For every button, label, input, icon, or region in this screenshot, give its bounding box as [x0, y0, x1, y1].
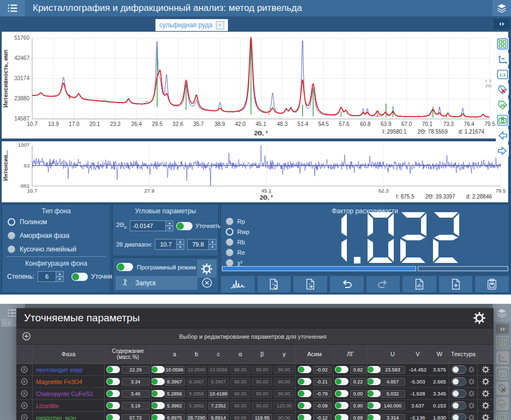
remove-phase-button[interactable]	[16, 412, 33, 420]
degree-value[interactable]: 6	[38, 271, 56, 282]
remove-circle-icon[interactable]	[20, 365, 28, 374]
texture-settings-icon[interactable]	[468, 366, 475, 373]
lg-value[interactable]: 0.00	[350, 390, 366, 398]
two-theta-labels-button[interactable]	[496, 98, 509, 111]
u-value[interactable]: 5.032	[380, 390, 405, 398]
lg-toggle[interactable]	[335, 378, 348, 385]
radio-Rwp[interactable]: Rwp	[226, 226, 249, 237]
asym-toggle[interactable]	[298, 378, 311, 385]
residual-chart[interactable]: 100763-88110.727.945.162.379.52Θ, °Интен…	[1, 141, 509, 203]
lattice-toggle[interactable]	[152, 402, 165, 409]
asym-toggle[interactable]	[298, 402, 311, 409]
u-value[interactable]: 140.000	[380, 402, 405, 410]
content-toggle[interactable]	[106, 402, 120, 409]
phase-settings-button[interactable]	[482, 389, 490, 398]
radio-circle[interactable]	[226, 228, 233, 236]
radio-circle[interactable]	[8, 232, 15, 239]
prev-button[interactable]	[496, 129, 509, 142]
texture-toggle[interactable]	[452, 401, 466, 410]
u-value[interactable]: 3.314	[380, 414, 405, 420]
main-diffraction-chart[interactable]: 145872388033174424675176010.713.917.020.…	[1, 31, 509, 139]
radio-Кусочно линейный[interactable]: Кусочно линейный	[2, 242, 110, 256]
remove-circle-icon[interactable]	[20, 389, 28, 398]
grid-view-button[interactable]	[496, 37, 509, 50]
u-value[interactable]: 4.857	[380, 378, 405, 386]
lg-value[interactable]: 0.22	[350, 378, 366, 386]
remove-phase-button[interactable]	[16, 388, 33, 399]
cancel-button[interactable]	[200, 276, 214, 290]
content-toggle[interactable]	[106, 378, 120, 385]
axes-button[interactable]	[496, 52, 509, 65]
lattice-a-value[interactable]: 5.2856	[165, 390, 185, 398]
lattice-toggle[interactable]	[152, 390, 165, 397]
asym-value[interactable]: -0.21	[313, 378, 332, 386]
program-mode-toggle[interactable]	[117, 263, 133, 271]
lattice-toggle[interactable]	[152, 378, 165, 385]
residual-chart-svg[interactable]: 100763-88110.727.945.162.379.52Θ, °Интен…	[2, 141, 507, 201]
remove-circle-icon[interactable]	[20, 413, 28, 420]
tab-scroll-buttons[interactable]	[494, 19, 510, 29]
content-value[interactable]: 3.19	[122, 402, 150, 410]
lattice-toggle[interactable]	[152, 414, 165, 420]
radio-Аморфная фаза[interactable]: Аморфная фаза	[2, 229, 110, 242]
lattice-a-value[interactable]: 6.8975	[165, 414, 185, 420]
lattice-b-value[interactable]: 28.7290	[187, 414, 207, 420]
zero-shift-value[interactable]: -0.0147	[130, 220, 166, 231]
rie-file-reload-button[interactable]	[257, 275, 292, 293]
refine-zero-toggle[interactable]	[176, 222, 193, 230]
uvw-toggle[interactable]	[368, 390, 381, 397]
lattice-c-value[interactable]: 10.4188	[208, 390, 229, 398]
phase-settings-button[interactable]	[482, 365, 490, 374]
lattice-c-value[interactable]: 6.8914	[208, 414, 229, 420]
radio-Re[interactable]: Re	[226, 247, 249, 257]
phase-settings-button[interactable]	[482, 401, 490, 410]
lattice-beta-value[interactable]: 119.95	[252, 414, 272, 420]
texture-settings-icon[interactable]	[468, 378, 475, 385]
menu-icon[interactable]	[0, 0, 25, 16]
lg-toggle[interactable]	[335, 390, 348, 397]
asym-value[interactable]: -0.79	[313, 390, 332, 398]
lg-toggle[interactable]	[335, 414, 348, 420]
lg-value[interactable]: 0.89	[350, 414, 366, 420]
zero-shift-input[interactable]: -0.0147 ▲▼	[130, 220, 173, 231]
save-clipboard-button[interactable]	[474, 275, 509, 293]
uvw-toggle[interactable]	[368, 414, 381, 420]
radio-circle[interactable]	[8, 218, 15, 226]
spinner-arrows[interactable]: ▲▼	[177, 239, 184, 250]
content-value[interactable]: 22.29	[122, 366, 150, 374]
texture-settings-icon[interactable]	[468, 390, 475, 397]
layers-icon[interactable]	[492, 0, 511, 16]
next-button[interactable]	[496, 144, 509, 157]
radio-circle[interactable]	[8, 245, 15, 253]
asym-value[interactable]: -0.12	[313, 414, 332, 420]
content-toggle[interactable]	[106, 390, 120, 397]
redo-button[interactable]	[366, 275, 401, 293]
lg-toggle[interactable]	[335, 366, 348, 373]
add-phase-button[interactable]	[21, 331, 32, 341]
remove-phase-button[interactable]	[16, 364, 33, 375]
lattice-toggle[interactable]	[152, 366, 165, 373]
radio-circle[interactable]	[226, 249, 233, 256]
new-file-button[interactable]	[438, 275, 473, 293]
degree-stepper[interactable]: 6 ▲▼	[38, 271, 64, 282]
phase-settings-button[interactable]	[482, 377, 490, 386]
texture-settings-icon[interactable]	[468, 402, 475, 409]
radio-Rb[interactable]: Rb	[226, 237, 249, 247]
uvw-toggle[interactable]	[368, 402, 381, 409]
report-file-button[interactable]	[402, 275, 437, 293]
main-chart-svg[interactable]: 145872388033174424675176010.713.917.020.…	[2, 32, 507, 137]
refine-background-toggle[interactable]	[71, 273, 88, 281]
spinner-arrows[interactable]: ▲▼	[209, 239, 217, 250]
radio-circle[interactable]	[226, 238, 233, 246]
diffractogram-button[interactable]	[220, 275, 255, 293]
asym-toggle[interactable]	[298, 390, 311, 397]
remove-circle-icon[interactable]	[20, 401, 28, 410]
asym-toggle[interactable]	[298, 414, 311, 420]
asym-toggle[interactable]	[298, 366, 311, 373]
radio-Полином[interactable]: Полином	[2, 215, 110, 229]
camera-button[interactable]	[496, 113, 509, 127]
radio-circle[interactable]	[226, 218, 233, 225]
radio-circle[interactable]	[226, 259, 233, 267]
run-button[interactable]: Запуск	[116, 276, 197, 290]
rie-file-export-button[interactable]	[293, 275, 328, 293]
